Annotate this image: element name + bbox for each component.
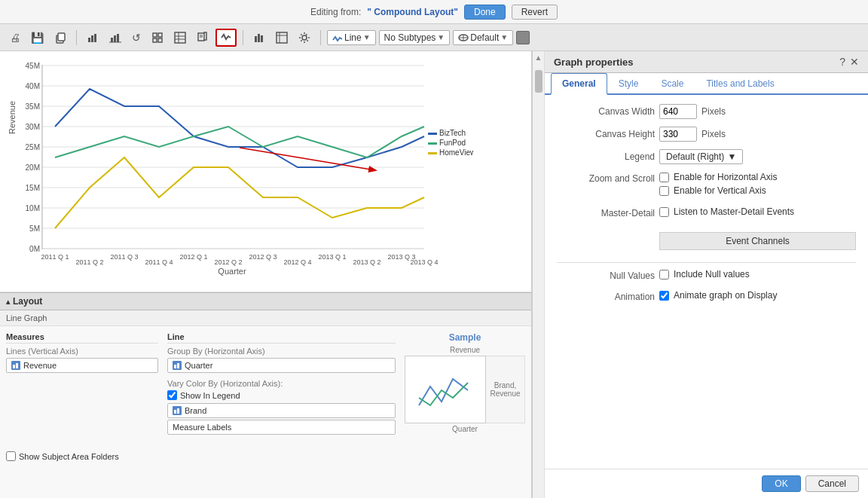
master-detail-check-label: Listen to Master-Detail Events [674, 206, 794, 217]
quarter-item[interactable]: Quarter [167, 358, 396, 373]
props-tabs: General Style Scale Titles and Labels [545, 73, 868, 95]
svg-rect-22 [261, 35, 263, 42]
enable-vertical-checkbox[interactable] [659, 186, 669, 196]
canvas-height-input[interactable] [659, 127, 697, 142]
show-folders-checkbox[interactable] [6, 451, 16, 461]
color-square-btn[interactable] [516, 31, 530, 44]
svg-text:2012 Q 3: 2012 Q 3 [249, 253, 277, 261]
zoom-scroll-label: Zoom and Scroll [557, 172, 655, 184]
subtypes-label: No Subtypes [384, 32, 436, 43]
svg-rect-10 [158, 33, 162, 37]
tab-scale[interactable]: Scale [649, 73, 695, 95]
line-label: Line [344, 32, 362, 43]
svg-rect-13 [175, 32, 185, 43]
master-detail-checkbox[interactable] [659, 207, 669, 217]
refresh-button[interactable]: ↺ [128, 29, 145, 46]
enable-horizontal-label: Enable for Horizontal Axis [674, 172, 777, 182]
layout-panel: ▴ Layout Line Graph Measures Lines (Vert… [0, 292, 531, 498]
table-view-btn[interactable] [272, 29, 292, 46]
master-detail-row: Master-Detail Listen to Master-Detail Ev… [557, 206, 856, 220]
graph-props-toolbar-btn[interactable] [215, 29, 237, 47]
close-button[interactable]: ✕ [850, 56, 859, 68]
svg-text:2012 Q 1: 2012 Q 1 [179, 253, 207, 261]
subtypes-dropdown[interactable]: No Subtypes ▼ [379, 30, 451, 45]
main-area: Revenue 45M 40M 35M 30M 25M 20M 15M [0, 51, 868, 498]
svg-rect-1 [58, 33, 65, 41]
show-folders-row: Show Subject Area Folders [0, 448, 531, 464]
svg-text:2013 Q 1: 2013 Q 1 [318, 253, 346, 261]
save-button[interactable]: 💾 [27, 29, 47, 46]
copy-button[interactable] [50, 29, 70, 46]
svg-text:10M: 10M [26, 204, 40, 212]
scroll-handle[interactable]: ▲ [532, 51, 544, 498]
revenue-label: Revenue [23, 361, 57, 370]
scroll-thumb[interactable] [535, 70, 542, 93]
cancel-button[interactable]: Cancel [805, 475, 859, 492]
tab-style[interactable]: Style [607, 73, 650, 95]
funpod-line [55, 127, 424, 157]
animate-graph-checkbox[interactable] [659, 291, 669, 301]
help-button[interactable]: ? [839, 56, 845, 68]
print-button[interactable]: 🖨 [6, 29, 24, 46]
tab-titles-labels[interactable]: Titles and Labels [695, 73, 785, 95]
measure-labels-item[interactable]: Measure Labels [167, 420, 396, 435]
svg-rect-76 [174, 410, 176, 414]
layout-btn[interactable] [148, 29, 167, 46]
line-column: Line Group By (Horizontal Axis) Quarter … [167, 332, 396, 436]
ok-button[interactable]: OK [762, 475, 800, 492]
svg-text:2011 Q 3: 2011 Q 3 [110, 253, 138, 261]
legend-value: Default (Right) [666, 151, 724, 162]
canvas-width-row: Canvas Width Pixels [557, 104, 856, 119]
toolbar: 🖨 💾 ↺ Line ▼ No Subtypes ▼ Def [0, 24, 868, 51]
done-button[interactable]: Done [464, 5, 506, 20]
sample-title: Sample [405, 332, 525, 343]
event-channels-row: Event Channels [557, 228, 856, 255]
svg-text:40M: 40M [26, 82, 40, 90]
sample-y-label: Revenue [405, 346, 525, 354]
brand-item[interactable]: Brand [167, 403, 396, 418]
enable-horizontal-checkbox[interactable] [659, 173, 669, 182]
tab-general[interactable]: General [551, 73, 607, 95]
svg-text:20M: 20M [26, 163, 40, 172]
show-in-legend-label: Show In Legend [180, 391, 240, 400]
subtypes-arrow: ▼ [437, 33, 445, 41]
svg-rect-21 [258, 34, 260, 42]
sep3 [320, 30, 321, 45]
canvas-width-input[interactable] [659, 104, 697, 119]
measures-column: Measures Lines (Vertical Axis) Revenue [6, 332, 158, 436]
default-arrow: ▼ [500, 33, 508, 41]
null-values-label: Null Values [557, 270, 655, 281]
svg-rect-72 [13, 365, 15, 368]
canvas-height-pixels: Pixels [701, 129, 726, 139]
revenue-item[interactable]: Revenue [6, 358, 158, 373]
svg-rect-20 [255, 36, 257, 42]
layout-collapse-icon[interactable]: ▴ [6, 298, 10, 306]
sample-chart [405, 356, 486, 423]
editing-bar: Editing from: " Compound Layout" Done Re… [0, 0, 868, 24]
svg-text:Revenue: Revenue [8, 101, 17, 134]
svg-rect-75 [177, 363, 179, 368]
table-btn[interactable] [170, 29, 190, 46]
sample-chart-row: Brand, Revenue [405, 356, 525, 423]
legend-dropdown[interactable]: Default (Right) ▼ [659, 149, 743, 164]
settings-btn[interactable] [295, 29, 314, 46]
revert-button[interactable]: Revert [512, 5, 558, 20]
lines-vertical-label: Lines (Vertical Axis) [6, 347, 158, 356]
chart-type-btn1[interactable] [83, 29, 102, 46]
svg-point-26 [302, 35, 307, 40]
chart-type-btn2[interactable] [105, 29, 125, 46]
svg-text:Quarter: Quarter [218, 267, 246, 276]
svg-rect-73 [16, 363, 18, 368]
chart-type-dropdown[interactable]: Line ▼ [327, 30, 376, 45]
show-in-legend-checkbox[interactable] [167, 390, 177, 400]
include-null-label: Include Null values [674, 269, 750, 280]
event-channels-button[interactable]: Event Channels [659, 232, 856, 250]
include-null-checkbox[interactable] [659, 270, 669, 280]
bar-chart-btn[interactable] [249, 29, 269, 46]
svg-rect-11 [153, 38, 157, 42]
canvas-width-label: Canvas Width [557, 106, 655, 117]
scroll-up[interactable]: ▲ [533, 51, 545, 64]
default-dropdown[interactable]: Default ▼ [453, 30, 513, 45]
svg-rect-12 [158, 38, 162, 42]
export-btn[interactable] [193, 29, 212, 46]
